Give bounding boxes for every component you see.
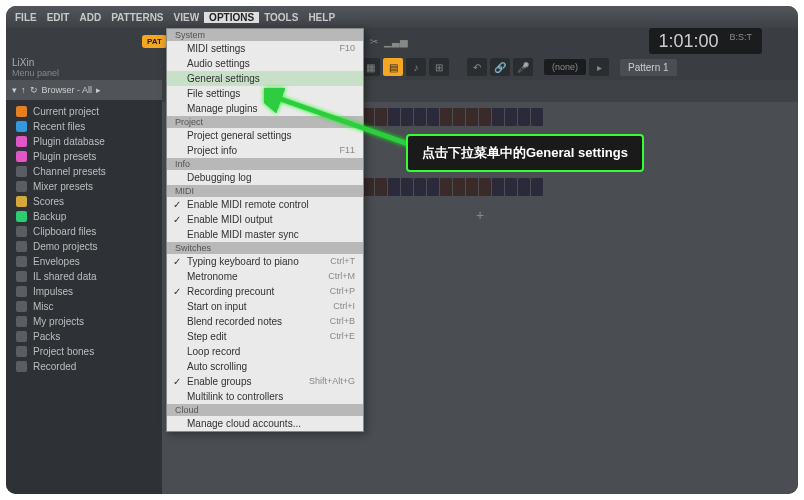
link-icon[interactable]: 🔗 <box>490 58 510 76</box>
browser-item[interactable]: IL shared data <box>6 269 162 284</box>
step[interactable] <box>453 108 465 126</box>
step[interactable] <box>427 178 439 196</box>
prev-pattern-icon[interactable]: ▸ <box>589 58 609 76</box>
panel-label: Menu panel <box>12 68 156 78</box>
chevron-right-icon[interactable]: ▸ <box>96 85 101 95</box>
step[interactable] <box>531 178 543 196</box>
annotation-tooltip: 点击下拉菜单中的General settings <box>406 134 644 172</box>
step[interactable] <box>518 178 530 196</box>
dropdown-item[interactable]: MIDI settingsF10 <box>167 41 363 56</box>
menu-file[interactable]: FILE <box>10 12 42 23</box>
menu-edit[interactable]: EDIT <box>42 12 75 23</box>
browser-item[interactable]: Project bones <box>6 344 162 359</box>
step[interactable] <box>479 108 491 126</box>
menu-tools[interactable]: TOOLS <box>259 12 303 23</box>
step[interactable] <box>479 178 491 196</box>
dropdown-item[interactable]: Debugging log <box>167 170 363 185</box>
second-toolbar: LiXin Menu panel ▦ ▤ ♪ ⊞ ↶ 🔗 🎤 (none) ▸ … <box>6 54 798 80</box>
step[interactable] <box>401 178 413 196</box>
step[interactable] <box>427 108 439 126</box>
snap-selector[interactable]: (none) <box>544 59 586 75</box>
dropdown-section: MIDI <box>167 185 363 197</box>
browser-item[interactable]: Envelopes <box>6 254 162 269</box>
view-mixer-icon[interactable]: ⊞ <box>429 58 449 76</box>
dropdown-section: Cloud <box>167 404 363 416</box>
browser-sidebar: ▾ ↑ ↻ Browser - All ▸ Current projectRec… <box>6 80 162 494</box>
collapse-icon[interactable]: ▾ <box>12 85 17 95</box>
step[interactable] <box>505 108 517 126</box>
step[interactable] <box>388 178 400 196</box>
browser-item[interactable]: Demo projects <box>6 239 162 254</box>
step[interactable] <box>375 178 387 196</box>
step[interactable] <box>466 108 478 126</box>
dropdown-item[interactable]: Blend recorded notesCtrl+B <box>167 314 363 329</box>
back-icon[interactable]: ↑ <box>21 85 26 95</box>
view-piano-icon[interactable]: ♪ <box>406 58 426 76</box>
dropdown-item[interactable]: Multilink to controllers <box>167 389 363 404</box>
menu-patterns[interactable]: PATTERNS <box>106 12 168 23</box>
transport-toolbar: PAT ▶ ■ ● 130.000 ⊓⊓ ∿ 3.2x ✂ ▁▃▅ 1:01:0… <box>6 28 798 54</box>
project-name: LiXin <box>12 57 156 68</box>
browser-item[interactable]: Impulses <box>6 284 162 299</box>
step[interactable] <box>414 178 426 196</box>
step[interactable] <box>505 178 517 196</box>
menu-add[interactable]: ADD <box>74 12 106 23</box>
dropdown-item[interactable]: ✓Typing keyboard to pianoCtrl+T <box>167 254 363 269</box>
time-display[interactable]: 1:01:00 B:S:T <box>649 28 762 54</box>
step[interactable] <box>453 178 465 196</box>
menubar: FILEEDITADDPATTERNSVIEWOPTIONSTOOLSHELP <box>6 6 798 28</box>
browser-item[interactable]: Recent files <box>6 119 162 134</box>
menu-view[interactable]: VIEW <box>169 12 205 23</box>
mic-icon[interactable]: 🎤 <box>513 58 533 76</box>
menu-help[interactable]: HELP <box>303 12 340 23</box>
undo-icon[interactable]: ↶ <box>467 58 487 76</box>
refresh-icon[interactable]: ↻ <box>30 85 38 95</box>
step[interactable] <box>440 178 452 196</box>
dropdown-item[interactable]: Start on inputCtrl+I <box>167 299 363 314</box>
browser-item[interactable]: Misc <box>6 299 162 314</box>
dropdown-item[interactable]: MetronomeCtrl+M <box>167 269 363 284</box>
browser-item[interactable]: Plugin presets <box>6 149 162 164</box>
browser-item[interactable]: Mixer presets <box>6 179 162 194</box>
chart-icon: ▁▃▅ <box>387 34 405 48</box>
step[interactable] <box>492 108 504 126</box>
dropdown-item[interactable]: Step editCtrl+E <box>167 329 363 344</box>
browser-item[interactable]: Packs <box>6 329 162 344</box>
browser-header[interactable]: ▾ ↑ ↻ Browser - All ▸ <box>6 80 162 100</box>
dropdown-item[interactable]: Manage cloud accounts... <box>167 416 363 431</box>
browser-item[interactable]: Current project <box>6 104 162 119</box>
browser-item[interactable]: Channel presets <box>6 164 162 179</box>
dropdown-item[interactable]: ✓Enable MIDI remote control <box>167 197 363 212</box>
browser-item[interactable]: Backup <box>6 209 162 224</box>
step[interactable] <box>466 178 478 196</box>
pattern-selector[interactable]: Pattern 1 <box>620 59 677 76</box>
dropdown-item[interactable]: Auto scrolling <box>167 359 363 374</box>
browser-item[interactable]: Scores <box>6 194 162 209</box>
step[interactable] <box>492 178 504 196</box>
browser-item[interactable]: My projects <box>6 314 162 329</box>
annotation-arrow <box>264 88 424 162</box>
dropdown-section: Switches <box>167 242 363 254</box>
step[interactable] <box>531 108 543 126</box>
dropdown-item[interactable]: ✓Enable MIDI output <box>167 212 363 227</box>
svg-line-0 <box>272 96 414 146</box>
dropdown-item[interactable]: Loop record <box>167 344 363 359</box>
dropdown-item[interactable]: ✓Enable groupsShift+Alt+G <box>167 374 363 389</box>
browser-item[interactable]: Plugin database <box>6 134 162 149</box>
step[interactable] <box>518 108 530 126</box>
scissors-icon[interactable]: ✂ <box>365 34 383 48</box>
browser-item[interactable]: Recorded <box>6 359 162 374</box>
dropdown-item[interactable]: Enable MIDI master sync <box>167 227 363 242</box>
browser-item[interactable]: Clipboard files <box>6 224 162 239</box>
dropdown-section: System <box>167 29 363 41</box>
step[interactable] <box>440 108 452 126</box>
dropdown-item[interactable]: ✓Recording precountCtrl+P <box>167 284 363 299</box>
menu-options[interactable]: OPTIONS <box>204 12 259 23</box>
view-channelrack-icon[interactable]: ▤ <box>383 58 403 76</box>
dropdown-item[interactable]: General settings <box>167 71 363 86</box>
dropdown-item[interactable]: Audio settings <box>167 56 363 71</box>
pat-song-toggle[interactable]: PAT <box>142 35 167 48</box>
